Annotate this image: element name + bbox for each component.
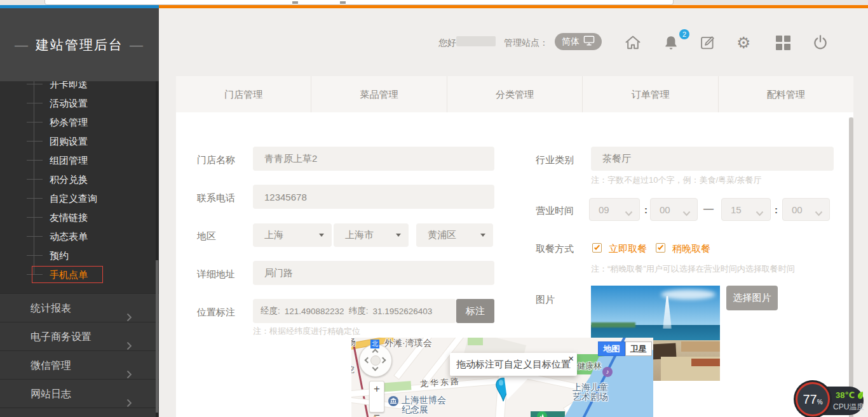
museum-poi-icon[interactable] [388, 396, 398, 406]
open-hour-select[interactable]: 09 [589, 198, 640, 221]
map-zoom-control: + − [369, 381, 384, 413]
map-label-expo2: 纪念展 [402, 404, 428, 416]
pickup-now-label[interactable]: 立即取餐 [609, 243, 647, 255]
open-minute-select[interactable]: 00 [650, 198, 698, 221]
tab-ingredient-management[interactable]: 配料管理 [719, 76, 853, 112]
tab-category-management[interactable]: 分类管理 [447, 76, 583, 112]
map-label-health: 健康林 [577, 361, 602, 372]
browser-address-bar[interactable] [44, 0, 674, 5]
phone-label: 联系电话 [197, 192, 235, 204]
map-type-map-button[interactable]: 地图 [598, 341, 625, 356]
tab-store-management[interactable]: 门店管理 [176, 76, 311, 112]
city-select[interactable]: 上海市 [334, 223, 409, 247]
edit-icon[interactable] [699, 34, 717, 51]
sidebar-item-points[interactable]: 积分兑换 [50, 173, 88, 186]
close-hour-select[interactable]: 15 [721, 198, 771, 221]
notification-badge: 2 [679, 29, 689, 39]
phone-input[interactable]: 12345678 [253, 185, 494, 209]
sidebar-item-activity[interactable]: 活动设置 [50, 97, 88, 110]
sidebar-item-seckill[interactable]: 秒杀管理 [50, 116, 88, 129]
pickup-later-checkbox[interactable] [656, 243, 665, 253]
pan-up-icon[interactable] [372, 349, 379, 355]
music-poi-icon[interactable]: ♪ [602, 367, 613, 377]
industry-note: 注：字数不超过10个字，例：美食/粤菜/茶餐厅 [591, 175, 762, 186]
mark-location-button[interactable]: 标注 [456, 299, 494, 323]
store-name-input[interactable]: 青青原上草2 [253, 147, 494, 171]
sidebar-section-ecommerce[interactable]: 电子商务设置 [0, 322, 159, 350]
sidebar-item-groupbuy[interactable]: 团购设置 [50, 135, 88, 148]
sidebar-section-stats[interactable]: 统计报表 [0, 293, 159, 322]
compass-knob[interactable] [370, 355, 381, 366]
sidebar-header: —建站管理后台— [0, 8, 159, 81]
photo-shore [591, 322, 635, 328]
pickup-label: 取餐方式 [536, 243, 574, 255]
close-minute-select[interactable]: 00 [782, 198, 830, 221]
photo-cloud [661, 289, 715, 300]
choose-image-button[interactable]: 选择图片 [726, 286, 778, 310]
district-select[interactable]: 黄浦区 [416, 223, 493, 247]
select-arrow-icon [480, 234, 485, 237]
settings-gear-icon[interactable]: ⚙ [736, 34, 754, 51]
pan-right-icon[interactable] [380, 357, 386, 364]
store-name-label: 门店名称 [197, 154, 235, 166]
check-icon [594, 244, 600, 249]
chevron-down-icon [625, 208, 633, 218]
sidebar-scrollbar-thumb[interactable] [156, 260, 158, 413]
sidebar-item-forms[interactable]: 动态表单 [50, 230, 88, 243]
photo-building-far [681, 341, 720, 352]
tab-order-management[interactable]: 订单管理 [583, 76, 718, 112]
power-icon[interactable] [811, 34, 829, 51]
cpu-percent-sign: % [817, 399, 823, 406]
language-site-pill[interactable]: 简体 [555, 33, 602, 50]
pan-down-icon[interactable] [372, 365, 379, 371]
hours-range-dash: — [703, 203, 714, 215]
cpu-usage-gauge[interactable]: 77 % [796, 382, 830, 416]
cpu-temperature-value: 38℃ [836, 390, 864, 400]
pickup-later-label[interactable]: 稍晚取餐 [672, 243, 710, 255]
map-label-partial: 挖 [351, 364, 355, 376]
notification-bell-icon[interactable] [662, 34, 680, 51]
sidebar-item-group[interactable]: 组团管理 [50, 154, 88, 167]
park-poi-icon[interactable] [537, 411, 547, 417]
province-select[interactable]: 上海 [253, 223, 332, 247]
pan-left-icon[interactable] [365, 357, 371, 364]
location-note: 注：根据经纬度进行精确定位 [253, 326, 360, 337]
pickup-note: 注：“稍晚取餐”用户可以选择在营业时间内选择取餐时间 [591, 263, 795, 275]
map-widget[interactable]: 场 外滩·湾璞会 挖 龙华东路 上海世博会 纪念展 健康林 上海儿童 艺术剧场 … [351, 338, 653, 417]
sidebar-item-mobile-order[interactable]: 手机点单 [50, 268, 88, 281]
panel-scrollbar-thumb[interactable] [849, 117, 853, 417]
chevron-down-icon [815, 208, 823, 218]
leaf-icon [857, 391, 864, 399]
select-arrow-icon [396, 234, 401, 237]
cpu-temperature-label: CPU温度 [833, 402, 864, 413]
sidebar-item-booking[interactable]: 预约 [50, 249, 69, 262]
map-park [468, 338, 483, 345]
map-compass-control[interactable] [359, 344, 392, 377]
map-label-partial: 场 [351, 338, 356, 348]
close-icon[interactable]: × [568, 347, 574, 370]
tab-dish-management[interactable]: 菜品管理 [311, 76, 447, 112]
lat-value: 31.1952626403 [372, 307, 432, 316]
apps-grid-icon[interactable] [775, 36, 792, 53]
sidebar-section-wechat[interactable]: 微信管理 [0, 350, 159, 379]
address-bar-icon [340, 1, 346, 4]
location-label: 位置标注 [197, 307, 235, 319]
sidebar-section-logs[interactable]: 网站日志 [0, 379, 159, 407]
main-area: 您好 管理站点： 简体 2 ⚙ 门店管理 [159, 8, 868, 417]
lat-label: 纬度: [349, 305, 369, 317]
home-icon[interactable] [624, 34, 642, 51]
industry-label: 行业类别 [536, 154, 574, 166]
map-infowindow: 拖动标注可自定义目标位置 × [450, 353, 577, 376]
map-label-road: 龙华东路 [419, 376, 461, 390]
zoom-out-button[interactable]: − [370, 408, 384, 417]
industry-input[interactable]: 茶餐厅 [591, 147, 834, 171]
address-input[interactable]: 局门路 [253, 261, 494, 285]
location-input[interactable]: 经度: 121.490882232 纬度: 31.1952626403 [253, 299, 456, 323]
sidebar-item-links[interactable]: 友情链接 [50, 211, 88, 224]
app-title: —建站管理后台— [8, 36, 151, 54]
map-type-satellite-button[interactable]: 卫星 [625, 341, 652, 356]
sidebar-item-custom-query[interactable]: 自定义查询 [50, 192, 97, 205]
pickup-now-checkbox[interactable] [592, 243, 602, 253]
menu-tree-line [34, 81, 34, 275]
zoom-in-button[interactable]: + [370, 381, 384, 397]
